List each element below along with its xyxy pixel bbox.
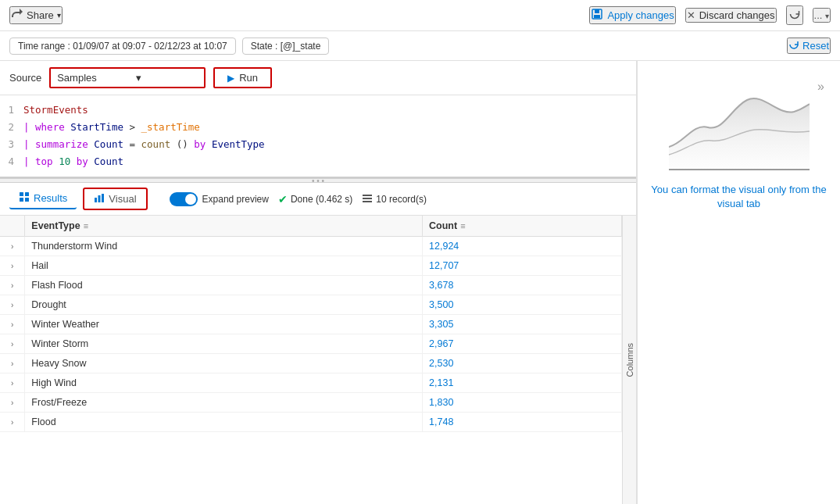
eventtype-col-header[interactable]: EventType ≡	[25, 216, 423, 237]
run-play-icon: ▶	[227, 73, 234, 84]
filter-bar-left: Time range : 01/09/07 at 09:07 - 02/12/2…	[9, 38, 329, 55]
table-row[interactable]: ›Winter Storm2,967	[0, 334, 622, 354]
svg-rect-8	[98, 195, 101, 202]
event-type-cell: High Wind	[25, 374, 423, 393]
apply-changes-label: Apply changes	[607, 9, 674, 21]
code-line-3: 3 | summarize Count = count () by EventT…	[0, 136, 636, 153]
count-cell: 2,967	[423, 334, 622, 354]
refresh-button[interactable]	[786, 5, 803, 25]
row-expand-btn[interactable]: ›	[0, 413, 25, 432]
right-panel: » You can format the visual only from th…	[637, 61, 840, 504]
records-badge: 10 record(s)	[362, 192, 427, 206]
tab-visual[interactable]: Visual	[83, 188, 147, 210]
expand-preview-label: Expand preview	[202, 194, 269, 205]
code-editor[interactable]: 1 StormEvents 2 | where StartTime > _sta…	[0, 95, 636, 178]
reset-icon	[788, 39, 799, 52]
code-line-4: 4 | top 10 by Count	[0, 153, 636, 170]
reset-label: Reset	[802, 40, 829, 52]
chevron-right-icon: ›	[6, 238, 18, 255]
state-filter[interactable]: State : [@]_state	[242, 38, 330, 55]
time-range-filter[interactable]: Time range : 01/09/07 at 09:07 - 02/12/2…	[9, 38, 236, 55]
event-type-cell: Frost/Freeze	[25, 393, 423, 413]
columns-sidebar-label: Columns	[625, 343, 634, 377]
table-row[interactable]: ›Flash Flood3,678	[0, 276, 622, 295]
svg-rect-12	[363, 201, 372, 202]
table-row[interactable]: ›Heavy Snow2,530	[0, 354, 622, 374]
count-cell: 2,131	[423, 374, 622, 393]
svg-rect-1	[595, 9, 599, 13]
close-icon: ✕	[687, 9, 695, 21]
count-cell: 3,500	[423, 295, 622, 315]
source-row: Source Samples ▾ ▶ Run	[0, 61, 636, 95]
table-row[interactable]: ›Thunderstorm Wind12,924	[0, 237, 622, 256]
table-row[interactable]: ›Drought3,500	[0, 295, 622, 315]
row-expand-btn[interactable]: ›	[0, 295, 25, 315]
table-row[interactable]: ›Winter Weather3,305	[0, 315, 622, 334]
svg-rect-11	[363, 198, 372, 199]
table-row[interactable]: ›High Wind2,131	[0, 374, 622, 393]
save-icon	[591, 8, 603, 23]
event-type-cell: Winter Storm	[25, 334, 423, 354]
data-table-wrap[interactable]: EventType ≡ Count ≡	[0, 216, 622, 504]
table-row[interactable]: ›Hail12,707	[0, 256, 622, 276]
tab-results[interactable]: Results	[9, 188, 77, 209]
row-expand-btn[interactable]: ›	[0, 237, 25, 256]
chart-hint: You can format the visual only from the …	[650, 183, 827, 211]
apply-changes-button[interactable]: Apply changes	[589, 6, 675, 24]
event-type-cell: Hail	[25, 256, 423, 276]
row-expand-btn[interactable]: ›	[0, 315, 25, 334]
svg-rect-5	[20, 198, 23, 202]
count-col-header[interactable]: Count ≡	[423, 216, 622, 237]
discard-changes-button[interactable]: ✕ Discard changes	[685, 8, 777, 23]
run-label: Run	[239, 72, 258, 84]
toggle-control[interactable]	[170, 192, 198, 206]
row-expand-btn[interactable]: ›	[0, 256, 25, 276]
table-header-row: EventType ≡ Count ≡	[0, 216, 622, 237]
source-value: Samples	[57, 72, 97, 84]
svg-rect-4	[25, 192, 29, 196]
event-type-cell: Thunderstorm Wind	[25, 237, 423, 256]
row-expand-btn[interactable]: ›	[0, 393, 25, 413]
row-expand-btn[interactable]: ›	[0, 354, 25, 374]
expand-col-header	[0, 216, 25, 237]
done-check-icon: ✔	[278, 193, 288, 206]
expand-chart-icon[interactable]: »	[817, 80, 824, 94]
count-cell: 3,678	[423, 276, 622, 295]
run-button[interactable]: ▶ Run	[213, 67, 272, 88]
count-col-menu-icon[interactable]: ≡	[460, 221, 465, 231]
results-area: Results Visual Expand preview	[0, 183, 636, 504]
share-button[interactable]: Share ▾	[9, 6, 63, 24]
columns-sidebar[interactable]: Columns	[622, 216, 636, 504]
share-label: Share	[27, 9, 54, 21]
count-cell: 3,305	[423, 315, 622, 334]
event-type-cell: Winter Weather	[25, 315, 423, 334]
more-options-button[interactable]: ... ▾	[813, 8, 831, 23]
row-expand-btn[interactable]: ›	[0, 374, 25, 393]
row-expand-btn[interactable]: ›	[0, 276, 25, 295]
chevron-right-icon: ›	[6, 336, 18, 352]
main-content: Source Samples ▾ ▶ Run 1 StormEvents 2 |	[0, 61, 840, 504]
expand-preview-toggle[interactable]: Expand preview	[170, 192, 269, 206]
row-expand-btn[interactable]: ›	[0, 334, 25, 354]
chevron-right-icon: ›	[6, 414, 18, 431]
chevron-right-icon: ›	[6, 356, 18, 372]
count-cell: 1,748	[423, 413, 622, 432]
svg-rect-2	[594, 15, 600, 18]
table-row[interactable]: ›Flood1,748	[0, 413, 622, 432]
top-bar: Share ▾ Apply changes ✕ Discard changes …	[0, 0, 840, 31]
done-label: Done (0.462 s)	[291, 194, 352, 205]
chevron-right-icon: ›	[6, 395, 18, 411]
dropdown-chevron-icon: ▾	[136, 72, 141, 84]
code-line-1: 1 StormEvents	[0, 102, 636, 119]
code-line-2: 2 | where StartTime > _startTime	[0, 119, 636, 136]
results-grid-icon	[19, 191, 30, 205]
top-bar-right: Apply changes ✕ Discard changes ... ▾	[589, 5, 831, 25]
svg-rect-7	[95, 198, 97, 202]
eventtype-col-menu-icon[interactable]: ≡	[84, 221, 88, 231]
source-dropdown[interactable]: Samples ▾	[49, 67, 206, 88]
table-row[interactable]: ›Frost/Freeze1,830	[0, 393, 622, 413]
table-area: EventType ≡ Count ≡	[0, 216, 636, 504]
event-type-cell: Flood	[25, 413, 423, 432]
records-label: 10 record(s)	[376, 194, 427, 205]
reset-button[interactable]: Reset	[787, 38, 831, 54]
